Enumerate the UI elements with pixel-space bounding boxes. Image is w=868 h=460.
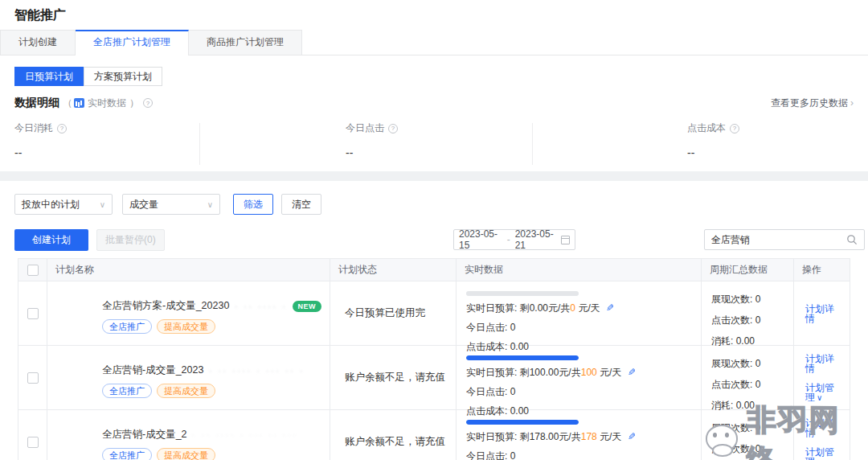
plan-manage-link[interactable]: 计划管理∨ xyxy=(805,383,841,402)
clicks-line: 点击次数: 0 xyxy=(711,442,784,456)
action-row: 创建计划 批量暂停(0) 2023-05-15 - 2023-05-21 xyxy=(0,226,868,250)
chart-icon xyxy=(74,98,84,108)
divider xyxy=(199,123,200,165)
plan-detail-link[interactable]: 计划详情 xyxy=(805,354,841,373)
search-input[interactable] xyxy=(711,234,846,245)
impressions-line: 展现次数: 0 xyxy=(711,421,784,435)
stat-value: -- xyxy=(346,146,398,159)
view-more-history-link[interactable]: 查看更多历史数据› xyxy=(771,97,854,110)
impressions-line: 展现次数: 0 xyxy=(711,293,784,306)
clear-button[interactable]: 清空 xyxy=(281,194,321,215)
plan-status-select[interactable]: 投放中的计划 ∨ xyxy=(14,194,113,215)
chevron-down-icon: ∨ xyxy=(207,200,213,209)
table-body: 全店营销方案-成交量_20230 NEW 全店推广 提高成交量 今日预算已使用完 xyxy=(18,281,850,460)
create-plan-button[interactable]: 创建计划 xyxy=(14,229,88,251)
budget-progress-bar xyxy=(466,291,579,296)
realtime-budget-line: 实时日预算: 剩100.00元/共100 元/天 ✎ xyxy=(466,366,691,380)
impressions-line: 展现次数: 0 xyxy=(711,357,784,371)
search-box xyxy=(704,229,865,250)
realtime-chip: 实时数据 xyxy=(72,97,126,110)
plan-name[interactable]: 全店营销-成交量_2023 xyxy=(102,363,203,377)
table-header-row: 计划名称 计划状态 实时数据 周期汇总数据 操作 xyxy=(18,259,850,281)
budget-progress-bar xyxy=(466,355,579,360)
new-badge: NEW xyxy=(293,301,322,312)
info-icon[interactable]: ? xyxy=(143,98,153,108)
table-row: 全店营销方案-成交量_20230 NEW 全店推广 提高成交量 今日预算已使用完 xyxy=(18,281,850,346)
divider xyxy=(532,123,533,165)
plan-manage-link[interactable]: 计划管理∨ xyxy=(805,447,841,460)
plan-detail-link[interactable]: 计划详情 xyxy=(805,418,841,437)
redacted-text xyxy=(192,429,295,441)
plan-name[interactable]: 全店营销-成交量_2 xyxy=(102,428,187,442)
header-period-summary: 周期汇总数据 xyxy=(701,259,793,281)
header-plan-status: 计划状态 xyxy=(330,259,456,281)
edit-icon[interactable]: ✎ xyxy=(628,431,636,442)
plan-detail-link[interactable]: 计划详情 xyxy=(805,304,841,323)
plan-name[interactable]: 全店营销方案-成交量_20230 xyxy=(102,299,229,313)
info-icon[interactable]: ? xyxy=(388,124,398,133)
date-start: 2023-05-15 xyxy=(459,228,502,251)
plans-table: 计划名称 计划状态 实时数据 周期汇总数据 操作 全店营销方案-成交量_2023… xyxy=(18,258,850,460)
tab-plan-create[interactable]: 计划创建 xyxy=(0,30,76,55)
paren-close: ） xyxy=(129,97,139,110)
stat-label: 今日消耗 xyxy=(14,121,53,135)
metric-select[interactable]: 成交量 ∨ xyxy=(122,194,220,215)
chevron-down-icon: ∨ xyxy=(817,393,822,402)
chevron-down-icon: ∨ xyxy=(100,200,105,209)
realtime-budget-line: 实时日预算: 剩0.00元/共0 元/天 ✎ xyxy=(466,302,691,315)
plan-status: 今日预算已使用完 xyxy=(338,290,448,337)
header-operations: 操作 xyxy=(793,259,850,281)
realtime-label: 实时数据 xyxy=(88,97,126,110)
tag-store-promo: 全店推广 xyxy=(102,319,152,334)
main-tabbar: 计划创建 全店推广计划管理 商品推广计划管理 xyxy=(0,31,868,55)
select-value: 成交量 xyxy=(129,198,158,212)
stat-today-clicks: 今日点击 ? -- xyxy=(346,121,398,159)
realtime-budget-line: 实时日预算: 剩178.00元/共178 元/天 ✎ xyxy=(466,430,691,444)
smart-promotion-page: 智能推广 计划创建 全店推广计划管理 商品推广计划管理 日预算计划 方案预算计划… xyxy=(0,0,868,460)
stat-label: 点击成本 xyxy=(687,121,726,135)
info-icon[interactable]: ? xyxy=(57,124,67,133)
tag-increase-sales: 提高成交量 xyxy=(157,319,215,334)
stat-value: -- xyxy=(14,146,67,159)
info-icon[interactable]: ? xyxy=(730,124,739,133)
today-clicks-line: 今日点击: 0 xyxy=(466,450,691,460)
redacted-text xyxy=(234,301,289,312)
select-value: 投放中的计划 xyxy=(22,198,80,212)
tab-store-promo-management[interactable]: 全店推广计划管理 xyxy=(76,30,189,55)
plan-status: 账户余额不足，请充值 xyxy=(338,418,448,460)
clicks-line: 点击次数: 0 xyxy=(711,314,784,327)
stats-row: 今日消耗 ? -- 今日点击 ? -- 点击成本 ? -- xyxy=(0,121,868,171)
date-range-picker[interactable]: 2023-05-15 - 2023-05-21 xyxy=(453,229,575,250)
search-icon[interactable] xyxy=(846,234,858,245)
row-checkbox[interactable] xyxy=(27,372,39,384)
stat-label: 今日点击 xyxy=(346,121,384,135)
tag-increase-sales: 提高成交量 xyxy=(157,448,215,460)
plan-status: 账户余额不足，请充值 xyxy=(338,354,448,401)
calendar-icon xyxy=(561,236,570,244)
tag-store-promo: 全店推广 xyxy=(102,384,152,398)
subtab-daily-budget[interactable]: 日预算计划 xyxy=(14,67,84,86)
date-separator: - xyxy=(507,234,510,245)
edit-icon[interactable]: ✎ xyxy=(606,302,614,314)
row-checkbox[interactable] xyxy=(27,437,39,448)
row-checkbox[interactable] xyxy=(27,308,39,319)
tab-product-promo-management[interactable]: 商品推广计划管理 xyxy=(189,30,302,55)
page-title: 智能推广 xyxy=(0,0,868,31)
today-clicks-line: 今日点击: 0 xyxy=(466,385,691,399)
stat-today-spend: 今日消耗 ? -- xyxy=(14,121,67,159)
paren-open: （ xyxy=(63,97,72,110)
chevron-down-icon: ∨ xyxy=(817,458,822,460)
table-row: 全店营销-成交量_2 全店推广 提高成交量 账户余额不足，请充值 实时日预算: … xyxy=(18,410,850,460)
clicks-line: 点击次数: 0 xyxy=(711,378,784,392)
stat-click-cost: 点击成本 ? -- xyxy=(687,121,739,159)
header-plan-name: 计划名称 xyxy=(47,259,330,281)
edit-icon[interactable]: ✎ xyxy=(628,367,636,378)
redacted-text xyxy=(208,365,303,376)
subtab-scheme-budget[interactable]: 方案预算计划 xyxy=(84,67,162,86)
select-all-checkbox[interactable] xyxy=(27,265,39,276)
filter-button[interactable]: 筛选 xyxy=(233,194,273,215)
header-realtime-data: 实时数据 xyxy=(456,259,701,281)
filter-row: 投放中的计划 ∨ 成交量 ∨ 筛选 清空 xyxy=(0,181,868,226)
batch-pause-button[interactable]: 批量暂停(0) xyxy=(96,229,165,251)
data-detail-header: 数据明细 （ 实时数据 ） ? 查看更多历史数据› xyxy=(14,96,854,110)
